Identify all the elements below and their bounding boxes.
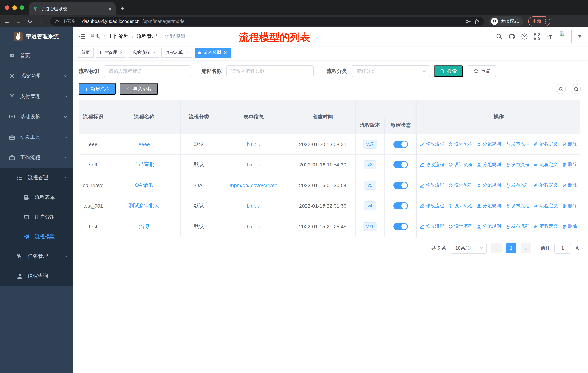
browser-tab[interactable]: 芋道管理系统 ✕ <box>29 2 116 15</box>
sidebar-item-leave-query[interactable]: 请假查询 <box>0 266 73 286</box>
sidebar-item-payment[interactable]: 支付管理 <box>0 86 73 107</box>
next-page-button[interactable]: › <box>521 243 531 253</box>
sidebar-item-system[interactable]: 系统管理 <box>0 66 73 86</box>
process-definition-link[interactable]: 流程定义 <box>534 182 558 189</box>
create-process-button[interactable]: + 新建流程 <box>79 83 116 95</box>
assign-rule-link[interactable]: 分配规则 <box>477 141 501 147</box>
minimize-window-icon[interactable] <box>12 5 17 10</box>
delete-link[interactable]: 删除 <box>562 223 577 230</box>
version-badge[interactable]: v5 <box>364 181 376 190</box>
sidebar-item-process-model[interactable]: 流程模型 <box>0 227 73 247</box>
assign-rule-link[interactable]: 分配规则 <box>477 203 501 209</box>
tag-close-icon[interactable]: ✕ <box>185 50 189 55</box>
delete-link[interactable]: 删除 <box>562 203 577 209</box>
cell-process-name-link[interactable]: 测试多审批人 <box>108 196 181 216</box>
refresh-table-button[interactable] <box>570 84 581 94</box>
new-tab-button[interactable]: + <box>121 5 124 12</box>
reset-button[interactable]: 重置 <box>468 65 496 77</box>
close-window-icon[interactable] <box>5 5 10 10</box>
hamburger-icon[interactable] <box>79 34 85 39</box>
process-category-select[interactable]: 流程分类 <box>352 65 430 77</box>
tag-close-icon[interactable]: ✕ <box>152 50 156 55</box>
search-button[interactable]: 搜索 <box>434 65 463 77</box>
process-definition-link[interactable]: 流程定义 <box>534 223 558 230</box>
font-size-icon[interactable]: TT <box>547 33 552 40</box>
publish-process-link[interactable]: 发布流程 <box>505 182 529 189</box>
page-size-select[interactable]: 10条/页 <box>451 242 487 253</box>
publish-process-link[interactable]: 发布流程 <box>505 223 529 230</box>
assign-rule-link[interactable]: 分配规则 <box>477 162 501 168</box>
import-process-button[interactable]: 导入流程 <box>120 83 158 95</box>
browser-update-button[interactable]: 更新 <box>528 16 550 26</box>
process-definition-link[interactable]: 流程定义 <box>534 162 558 168</box>
design-process-link[interactable]: 设计流程 <box>448 141 472 147</box>
forward-icon[interactable]: → <box>15 18 22 24</box>
github-icon[interactable] <box>508 33 515 40</box>
sidebar-item-infra[interactable]: 基础设施 <box>0 107 73 127</box>
tag-process-form[interactable]: 流程表单✕ <box>162 48 192 58</box>
active-toggle[interactable] <box>393 182 408 189</box>
back-icon[interactable]: ← <box>4 18 10 24</box>
delete-link[interactable]: 删除 <box>562 182 577 189</box>
process-key-input[interactable] <box>104 65 191 77</box>
process-definition-link[interactable]: 流程定义 <box>534 141 558 147</box>
edit-process-link[interactable]: 修改流程 <box>420 162 444 168</box>
assign-rule-link[interactable]: 分配规则 <box>477 223 501 230</box>
version-badge[interactable]: v17 <box>363 140 377 149</box>
sidebar-item-process-form[interactable]: 流程表单 <box>0 188 73 207</box>
assign-rule-link[interactable]: 分配规则 <box>477 182 501 189</box>
edit-process-link[interactable]: 修改流程 <box>420 223 444 230</box>
sidebar-item-process-mgmt[interactable]: 流程管理 <box>0 168 73 188</box>
design-process-link[interactable]: 设计流程 <box>448 223 472 230</box>
tag-close-icon[interactable]: ✕ <box>120 50 123 55</box>
active-toggle[interactable] <box>393 161 408 169</box>
delete-link[interactable]: 删除 <box>562 141 577 147</box>
avatar[interactable] <box>558 30 572 43</box>
zoom-window-icon[interactable] <box>20 5 24 10</box>
prev-page-button[interactable]: ‹ <box>491 243 502 253</box>
design-process-link[interactable]: 设计流程 <box>448 162 472 168</box>
breadcrumb-item[interactable]: 流程管理 <box>137 33 157 40</box>
process-definition-link[interactable]: 流程定义 <box>534 203 558 209</box>
current-page-button[interactable]: 1 <box>506 243 516 253</box>
publish-process-link[interactable]: 发布流程 <box>505 141 529 147</box>
reload-icon[interactable]: ⟳ <box>27 18 33 25</box>
design-process-link[interactable]: 设计流程 <box>448 182 472 189</box>
version-badge[interactable]: v21 <box>363 222 377 231</box>
address-bar[interactable]: 不安全 dashboard.yudao.iocoder.cn/bpm/manag… <box>50 17 484 26</box>
version-badge[interactable]: v2 <box>364 161 376 169</box>
cell-form-link[interactable]: /bpm/oa/leave/create <box>217 175 290 195</box>
bookmark-star-icon[interactable] <box>474 18 480 24</box>
sidebar-item-devtools[interactable]: 研发工具 <box>0 127 73 148</box>
password-key-icon[interactable] <box>465 18 471 24</box>
avatar-caret-icon[interactable] <box>578 35 581 38</box>
cell-form-link[interactable]: biubiu <box>217 134 290 154</box>
publish-process-link[interactable]: 发布流程 <box>505 203 529 209</box>
tag-close-icon[interactable]: ✕ <box>224 50 227 55</box>
publish-process-link[interactable]: 发布流程 <box>505 162 529 168</box>
breadcrumb-item[interactable]: 首页 <box>90 33 100 40</box>
browser-menu-icon[interactable] <box>545 19 546 24</box>
cell-form-link[interactable]: biubiu <box>217 155 290 175</box>
cell-process-name-link[interactable]: OA 请假 <box>108 175 181 195</box>
tag-my-process[interactable]: 我的流程✕ <box>129 48 159 58</box>
cell-process-name-link[interactable]: 滔博 <box>108 216 181 237</box>
tag-home[interactable]: 首页 <box>78 48 94 58</box>
process-name-input[interactable] <box>226 65 314 77</box>
help-icon[interactable] <box>521 33 528 40</box>
fullscreen-icon[interactable] <box>534 33 540 40</box>
tag-process-model[interactable]: 流程模型✕ <box>194 48 231 58</box>
edit-process-link[interactable]: 修改流程 <box>420 182 444 189</box>
edit-process-link[interactable]: 修改流程 <box>420 203 444 209</box>
delete-link[interactable]: 删除 <box>562 162 577 168</box>
search-icon[interactable] <box>496 33 502 40</box>
tag-tenant[interactable]: 租户管理✕ <box>96 48 126 58</box>
sidebar-item-home[interactable]: 首页 <box>0 46 73 66</box>
tab-close-icon[interactable]: ✕ <box>108 6 112 11</box>
cell-form-link[interactable]: biubiu <box>217 196 290 216</box>
edit-process-link[interactable]: 修改流程 <box>420 141 444 147</box>
version-badge[interactable]: v4 <box>364 202 376 210</box>
window-controls[interactable] <box>5 5 24 10</box>
active-toggle[interactable] <box>393 223 408 230</box>
cell-form-link[interactable]: biubiu <box>217 216 290 237</box>
